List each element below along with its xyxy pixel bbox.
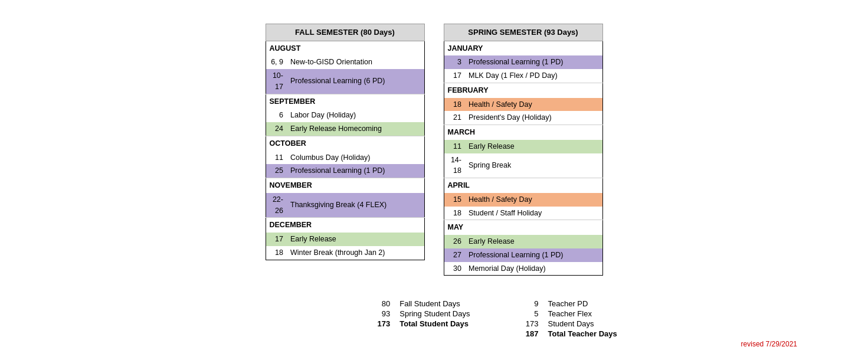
spring-feb-label: FEBRUARY — [444, 83, 602, 97]
spring-mar-label: MARCH — [444, 125, 602, 140]
fall-oct-row2: 25 Professional Learning (1 PD) — [266, 164, 424, 178]
fall-nov-label: NOVEMBER — [266, 178, 424, 193]
spring-may-date3: 30 — [444, 262, 465, 276]
fall-august-label: AUGUST — [266, 41, 424, 55]
spring-apr-date1: 15 — [444, 193, 465, 207]
stat-spring-days-label: Spring Student Days — [399, 309, 470, 318]
stat-total-student-num: 173 — [369, 319, 390, 328]
stats-left-row1: 80 Fall Student Days — [369, 299, 470, 308]
fall-sep-label: SEPTEMBER — [266, 94, 424, 109]
page-wrapper: FALL SEMESTER (80 Days) AUGUST 6, 9 New-… — [0, 0, 868, 350]
calendars-row: FALL SEMESTER (80 Days) AUGUST 6, 9 New-… — [266, 24, 603, 276]
spring-mar-event2: Spring Break — [465, 153, 602, 178]
fall-aug-date2: 10-17 — [266, 69, 287, 94]
stats-section: 80 Fall Student Days 93 Spring Student D… — [12, 299, 856, 338]
spring-apr-month: APRIL — [444, 178, 602, 193]
stat-teacher-pd-num: 9 — [517, 299, 538, 308]
fall-sep-date2: 24 — [266, 122, 287, 136]
stats-right-row4: 187 Total Teacher Days — [517, 329, 617, 338]
fall-sep-date1: 6 — [266, 109, 287, 122]
spring-may-event1: Early Release — [465, 235, 602, 248]
stat-student-days-num: 173 — [517, 319, 538, 328]
spring-may-row2: 27 Professional Learning (1 PD) — [444, 248, 602, 262]
stats-right-row1: 9 Teacher PD — [517, 299, 617, 308]
fall-dec-date2: 18 — [266, 246, 287, 260]
stats-left-row2: 93 Spring Student Days — [369, 309, 470, 318]
spring-header-row: SPRING SEMESTER (93 Days) — [444, 24, 602, 41]
fall-aug-row1: 6, 9 New-to-GISD Orientation — [266, 55, 424, 69]
fall-oct-date2: 25 — [266, 164, 287, 178]
spring-apr-label: APRIL — [444, 178, 602, 193]
spring-jan-label: JANUARY — [444, 41, 602, 55]
stat-teacher-pd-label: Teacher PD — [548, 299, 588, 308]
stats-right-row3: 173 Student Days — [517, 319, 617, 328]
fall-semester-table: FALL SEMESTER (80 Days) AUGUST 6, 9 New-… — [266, 24, 425, 260]
spring-header-cell: SPRING SEMESTER (93 Days) — [444, 24, 602, 41]
fall-nov-month: NOVEMBER — [266, 178, 424, 193]
fall-dec-row1: 17 Early Release — [266, 233, 424, 246]
fall-nov-row1: 22-26 Thanksgiving Break (4 FLEX) — [266, 193, 424, 218]
stat-teacher-flex-num: 5 — [517, 309, 538, 318]
fall-dec-row2: 18 Winter Break (through Jan 2) — [266, 246, 424, 260]
stat-spring-days-num: 93 — [369, 309, 390, 318]
stat-teacher-flex-label: Teacher Flex — [548, 309, 591, 318]
stat-total-teacher-label: Total Teacher Days — [548, 329, 617, 338]
spring-jan-event2: MLK Day (1 Flex / PD Day) — [465, 69, 602, 83]
spring-may-date2: 27 — [444, 248, 465, 262]
spring-mar-row1: 11 Early Release — [444, 140, 602, 153]
spring-may-event2: Professional Learning (1 PD) — [465, 248, 602, 262]
stat-total-student-label: Total Student Days — [399, 319, 469, 328]
revised-note: revised 7/29/2021 — [741, 340, 797, 348]
fall-nov-event1: Thanksgiving Break (4 FLEX) — [287, 193, 424, 218]
stat-total-teacher-num: 187 — [517, 329, 538, 338]
spring-apr-event1: Health / Safety Day — [465, 193, 602, 207]
spring-mar-date2: 14-18 — [444, 153, 465, 178]
spring-jan-row1: 3 Professional Learning (1 PD) — [444, 55, 602, 69]
fall-sep-row1: 6 Labor Day (Holiday) — [266, 109, 424, 122]
fall-sep-month: SEPTEMBER — [266, 94, 424, 109]
fall-dec-date1: 17 — [266, 233, 287, 246]
spring-mar-event1: Early Release — [465, 140, 602, 153]
spring-mar-month: MARCH — [444, 125, 602, 140]
fall-oct-date1: 11 — [266, 151, 287, 165]
spring-feb-row1: 18 Health / Safety Day — [444, 98, 602, 112]
spring-apr-event2: Student / Staff Holiday — [465, 207, 602, 220]
spring-apr-row1: 15 Health / Safety Day — [444, 193, 602, 207]
spring-jan-date2: 17 — [444, 69, 465, 83]
fall-dec-event2: Winter Break (through Jan 2) — [287, 246, 424, 260]
fall-sep-event1: Labor Day (Holiday) — [287, 109, 424, 122]
fall-dec-month: DECEMBER — [266, 218, 424, 233]
stat-fall-days-num: 80 — [369, 299, 390, 308]
spring-may-event3: Memorial Day (Holiday) — [465, 262, 602, 276]
fall-aug-event1: New-to-GISD Orientation — [287, 55, 424, 69]
stat-fall-days-label: Fall Student Days — [399, 299, 460, 308]
fall-aug-event2: Professional Learning (6 PD) — [287, 69, 424, 94]
spring-mar-row2: 14-18 Spring Break — [444, 153, 602, 178]
spring-may-month: MAY — [444, 220, 602, 235]
spring-may-row3: 30 Memorial Day (Holiday) — [444, 262, 602, 276]
fall-dec-event1: Early Release — [287, 233, 424, 246]
fall-oct-label: OCTOBER — [266, 136, 424, 150]
spring-jan-month: JANUARY — [444, 41, 602, 55]
spring-semester-table: SPRING SEMESTER (93 Days) JANUARY 3 Prof… — [444, 24, 603, 276]
fall-header-cell: FALL SEMESTER (80 Days) — [266, 24, 424, 41]
fall-august-month: AUGUST — [266, 41, 424, 55]
spring-feb-month: FEBRUARY — [444, 83, 602, 97]
fall-aug-row2: 10-17 Professional Learning (6 PD) — [266, 69, 424, 94]
fall-sep-row2: 24 Early Release Homecoming — [266, 122, 424, 136]
stat-student-days-label: Student Days — [548, 319, 594, 328]
stats-right-row2: 5 Teacher Flex — [517, 309, 617, 318]
spring-feb-row2: 21 President's Day (Holiday) — [444, 111, 602, 125]
fall-nov-date1: 22-26 — [266, 193, 287, 218]
spring-jan-date1: 3 — [444, 55, 465, 69]
spring-feb-event2: President's Day (Holiday) — [465, 111, 602, 125]
stats-left-row3: 173 Total Student Days — [369, 319, 470, 328]
fall-oct-month: OCTOBER — [266, 136, 424, 150]
spring-feb-date2: 21 — [444, 111, 465, 125]
spring-apr-date2: 18 — [444, 207, 465, 220]
spring-mar-date1: 11 — [444, 140, 465, 153]
fall-oct-event1: Columbus Day (Holiday) — [287, 151, 424, 165]
fall-oct-row1: 11 Columbus Day (Holiday) — [266, 151, 424, 165]
spring-apr-row2: 18 Student / Staff Holiday — [444, 207, 602, 220]
stats-left-col: 80 Fall Student Days 93 Spring Student D… — [369, 299, 470, 328]
